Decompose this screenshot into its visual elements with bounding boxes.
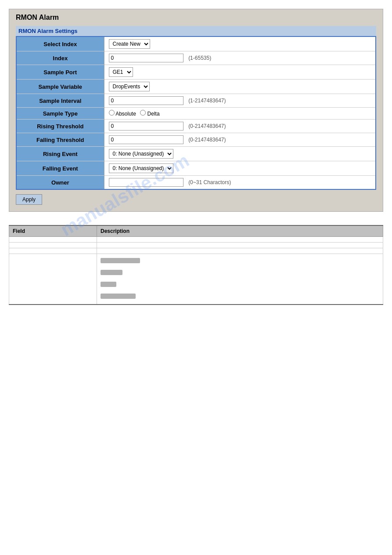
desc-col1-header: Field [9,225,97,237]
table-row: Falling Event 0: None (Unassigned) [16,161,376,176]
select-index-label: Select Index [16,36,104,51]
table-row: Sample Port GE1 [16,65,376,80]
desc-value-2 [97,243,383,248]
main-panel: RMON Alarm RMON Alarm Settings Select In… [9,9,383,212]
panel-title: RMON Alarm [16,14,376,22]
desc-field-1 [9,237,97,243]
table-row: Owner (0~31 Charactors) [16,176,376,190]
sample-type-absolute-label[interactable]: Absolute [109,111,138,117]
gray-bar-1 [101,258,140,263]
desc-col2-header: Description [97,225,383,237]
sample-type-label: Sample Type [16,108,104,120]
desc-table-row [9,254,383,305]
desc-value-4 [97,254,383,305]
desc-section: Field Description [9,225,383,305]
sample-interval-hint: (1-2147483647) [188,98,226,104]
desc-value-3 [97,248,383,254]
settings-table: Select Index Create New Index (1-65535) … [16,36,376,190]
rising-event-cell: 0: None (Unassigned) [104,147,376,161]
desc-field-2 [9,243,97,248]
table-row: Rising Threshold (0-2147483647) [16,120,376,133]
desc-table-row [9,243,383,248]
table-row: Sample Variable DropEvents [16,80,376,94]
rising-threshold-cell: (0-2147483647) [104,120,376,133]
sample-port-cell: GE1 [104,65,376,80]
sample-port-dropdown[interactable]: GE1 [109,67,133,77]
falling-threshold-input[interactable] [109,135,183,144]
table-row: Falling Threshold (0-2147483647) [16,133,376,147]
index-cell: (1-65535) [104,51,376,65]
desc-field-4 [9,254,97,305]
table-row: Sample Interval (1-2147483647) [16,94,376,108]
index-hint: (1-65535) [188,55,211,61]
table-row: Select Index Create New [16,36,376,51]
falling-event-label: Falling Event [16,161,104,176]
apply-button[interactable]: Apply [16,194,42,205]
desc-table: Field Description [9,225,383,305]
falling-threshold-label: Falling Threshold [16,133,104,147]
owner-label: Owner [16,176,104,190]
index-input[interactable] [109,54,183,62]
sample-interval-input[interactable] [109,96,183,105]
sample-variable-cell: DropEvents [104,80,376,94]
sample-variable-label: Sample Variable [16,80,104,94]
desc-field-3 [9,248,97,254]
table-row: Sample Type Absolute Delta [16,108,376,120]
desc-table-header-row: Field Description [9,225,383,237]
index-label: Index [16,51,104,65]
select-index-dropdown[interactable]: Create New [109,39,150,49]
gray-bar-2 [101,270,122,275]
rising-event-label: Rising Event [16,147,104,161]
desc-table-row [9,248,383,254]
falling-event-dropdown[interactable]: 0: None (Unassigned) [109,163,173,173]
section-title: RMON Alarm Settings [16,26,376,36]
owner-hint: (0~31 Charactors) [188,179,231,185]
sample-type-delta-label[interactable]: Delta [140,111,159,117]
owner-cell: (0~31 Charactors) [104,176,376,190]
sample-type-delta-radio[interactable] [140,110,146,116]
rising-event-dropdown[interactable]: 0: None (Unassigned) [109,149,173,159]
desc-table-row [9,237,383,243]
sample-type-cell: Absolute Delta [104,108,376,120]
rising-threshold-input[interactable] [109,122,183,131]
sample-port-label: Sample Port [16,65,104,80]
falling-threshold-cell: (0-2147483647) [104,133,376,147]
rising-threshold-hint: (0-2147483647) [188,123,226,129]
falling-threshold-hint: (0-2147483647) [188,137,226,143]
owner-input[interactable] [109,178,183,187]
gray-bar-4 [101,294,136,299]
table-row: Rising Event 0: None (Unassigned) [16,147,376,161]
sample-interval-label: Sample Interval [16,94,104,108]
sample-type-absolute-radio[interactable] [109,110,115,116]
gray-bar-3 [101,282,116,287]
rising-threshold-label: Rising Threshold [16,120,104,133]
falling-event-cell: 0: None (Unassigned) [104,161,376,176]
select-index-cell: Create New [104,36,376,51]
table-row: Index (1-65535) [16,51,376,65]
sample-variable-dropdown[interactable]: DropEvents [109,82,150,91]
sample-interval-cell: (1-2147483647) [104,94,376,108]
desc-value-1 [97,237,383,243]
